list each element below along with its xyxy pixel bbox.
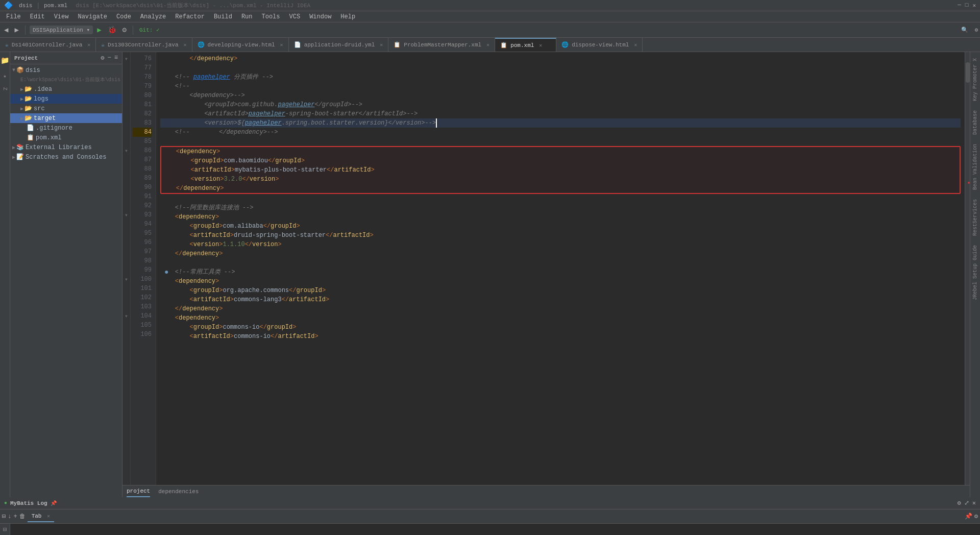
menu-vcs[interactable]: VCS — [285, 12, 305, 21]
linenum-102: 102 — [133, 293, 152, 302]
menu-refactor[interactable]: Refactor — [171, 12, 209, 21]
favorites-icon[interactable]: ★ — [1, 71, 8, 81]
right-label-jrebel[interactable]: JRebel Setup Guide — [971, 241, 979, 304]
menu-edit[interactable]: Edit — [26, 12, 49, 21]
toolbar-run[interactable]: ▶ — [95, 25, 103, 35]
tab-close7[interactable]: ✕ — [634, 42, 637, 48]
bookmark-icon: ● — [164, 268, 168, 277]
log-tab-tab[interactable]: Tab ✕ — [28, 511, 54, 522]
tree-label-src: src — [34, 105, 45, 112]
fold-93[interactable]: ▼ — [122, 210, 130, 220]
tree-gitignore[interactable]: 📄 .gitignore — [10, 123, 122, 133]
close-button[interactable]: ✕ — [972, 2, 976, 9]
log-tab-close[interactable]: ✕ — [47, 514, 50, 519]
tab-close[interactable]: ✕ — [87, 42, 90, 48]
menu-help[interactable]: Help — [336, 12, 359, 21]
log-toolbar-new[interactable]: + — [13, 513, 17, 520]
tab-close3[interactable]: ✕ — [280, 42, 283, 48]
code-line-88: <artifactId>mybatis-plus-boot-starter</a… — [161, 165, 960, 175]
linenum-103: 103 — [133, 302, 152, 311]
scrollbar-thumb[interactable] — [966, 62, 970, 83]
fold-86[interactable]: ▼ — [122, 146, 130, 155]
log-toolbar-filter[interactable]: ⊟ — [2, 513, 6, 520]
log-icon-filter2[interactable]: ⊟ — [3, 526, 7, 533]
toolbar: ◀ ▶ DSISApplication ▾ ▶ 🐞 ⚙ Git: ✓ 🔍 ⚙ — [0, 22, 980, 38]
tree-logs[interactable]: ▶ 📂 logs — [10, 94, 122, 104]
tree-src[interactable]: ▶ 📂 src — [10, 104, 122, 113]
menu-tools[interactable]: Tools — [258, 12, 284, 21]
log-toolbar-delete[interactable]: 🗑 — [19, 513, 26, 520]
mybatis-close-icon[interactable]: ✕ — [972, 499, 976, 507]
toolbar-sep1 — [25, 26, 26, 35]
project-icon[interactable]: 📁 — [0, 54, 11, 67]
fold-100[interactable]: ▼ — [122, 275, 130, 284]
toolbar-search[interactable]: 🔍 — [961, 27, 968, 33]
right-label-rest-services[interactable]: RestServices — [971, 195, 979, 240]
tab-pom[interactable]: 📋 pom.xml ✕ — [495, 38, 556, 52]
log-toolbar-settings[interactable]: ⚙ — [974, 513, 978, 520]
menu-file[interactable]: File — [2, 12, 25, 21]
tab-close6[interactable]: ✕ — [539, 42, 542, 48]
right-label-bean-validation[interactable]: Bean Validation — [971, 140, 979, 194]
tab-ds1303[interactable]: ☕ Ds1303Controller.java ✕ — [96, 38, 192, 52]
tab-close5[interactable]: ✕ — [486, 42, 489, 48]
tab-developing[interactable]: 🌐 developing-view.html ✕ — [192, 38, 289, 52]
tree-arrow-idea: ▶ — [20, 86, 23, 92]
linenum-90: 90 — [133, 183, 152, 192]
toolbar-back[interactable]: ◀ — [2, 25, 10, 35]
menu-build[interactable]: Build — [210, 12, 236, 21]
toolbar-gear[interactable]: ⚙ — [974, 27, 978, 33]
menu-run[interactable]: Run — [237, 12, 257, 21]
mybatis-settings-icon[interactable]: ⚙ — [958, 499, 961, 507]
tree-external-libs[interactable]: ▶ 📚 External Libraries — [10, 142, 122, 152]
tab-xml-icon: 📋 — [394, 41, 401, 48]
tab-close4[interactable]: ✕ — [380, 42, 383, 48]
tab-dispose[interactable]: 🌐 dispose-view.html ✕ — [556, 38, 643, 52]
structure-icon[interactable]: Z — [0, 85, 10, 92]
right-label-database[interactable]: Database — [971, 106, 979, 139]
linenum-81: 81 — [133, 100, 152, 109]
tree-target[interactable]: ▶ 📂 target — [10, 113, 122, 123]
code-container[interactable]: ▼ ▼ ▼ — [122, 52, 970, 485]
log-toolbar-scroll[interactable]: ↓ — [8, 513, 11, 520]
tab-label: ProblemMasterMapper.xml — [404, 42, 481, 48]
menu-navigate[interactable]: Navigate — [74, 12, 111, 21]
menu-view[interactable]: View — [50, 12, 73, 21]
mybatis-title: ● MyBatis Log 📌 — [4, 500, 57, 506]
mybatis-expand-icon[interactable]: ⤢ — [964, 499, 969, 507]
tab-ds1401[interactable]: ☕ Ds1401Controller.java ✕ — [0, 38, 96, 52]
sidebar-settings-icon[interactable]: ⚙ — [101, 54, 104, 62]
toolbar-debug[interactable]: 🐞 — [106, 25, 118, 35]
menu-window[interactable]: Window — [305, 12, 335, 21]
restore-button[interactable]: □ — [965, 2, 969, 9]
tree-arrow-dsis: ▼ — [12, 67, 15, 73]
toolbar-settings[interactable]: ⚙ — [120, 25, 129, 35]
log-toolbar-pin[interactable]: 📌 — [965, 513, 972, 520]
menu-analyze[interactable]: Analyze — [136, 12, 170, 21]
tab-close2[interactable]: ✕ — [184, 42, 187, 48]
scrollbar-right[interactable] — [965, 52, 970, 485]
mybatis-actions: ⚙ ⤢ ✕ — [958, 499, 976, 507]
fold-104[interactable]: ▼ — [122, 311, 130, 321]
right-label-key-promoter[interactable]: Key Promoter X — [971, 54, 979, 105]
fold-85 — [122, 137, 130, 146]
tab-druid[interactable]: 📄 application-druid.yml ✕ — [289, 38, 389, 52]
tree-scratches[interactable]: ▶ 📝 Scratches and Consoles — [10, 152, 122, 162]
code-editor[interactable]: </dependency> <!-- pagehelper 分页插件 --> <… — [156, 52, 965, 485]
sidebar-gear-icon[interactable]: ≡ — [114, 54, 118, 62]
run-config-dropdown[interactable]: DSISApplication ▾ — [30, 26, 93, 34]
sidebar-collapse-icon[interactable]: − — [108, 54, 111, 62]
tree-idea[interactable]: ▶ 📂 .idea — [10, 84, 122, 94]
window-controls[interactable]: ─ □ ✕ — [958, 2, 976, 9]
toolbar-forward[interactable]: ▶ — [12, 25, 20, 35]
tree-root-dsis[interactable]: ▼ 📦 dsis — [10, 65, 122, 75]
minimize-button[interactable]: ─ — [958, 2, 961, 9]
sidebar-header: Project ⚙ − ≡ — [10, 52, 122, 64]
tab-mapper[interactable]: 📋 ProblemMasterMapper.xml ✕ — [388, 38, 495, 52]
tree-pom[interactable]: 📋 pom.xml — [10, 133, 122, 142]
editor-tab-dependencies[interactable]: dependencies — [158, 487, 199, 497]
window-title: dsis [E:\workSpace\dsis\01-当前版本\dsis] - … — [76, 2, 310, 9]
editor-tab-project[interactable]: project — [127, 486, 150, 497]
linenum-91: 91 — [133, 192, 152, 201]
menu-code[interactable]: Code — [112, 12, 135, 21]
